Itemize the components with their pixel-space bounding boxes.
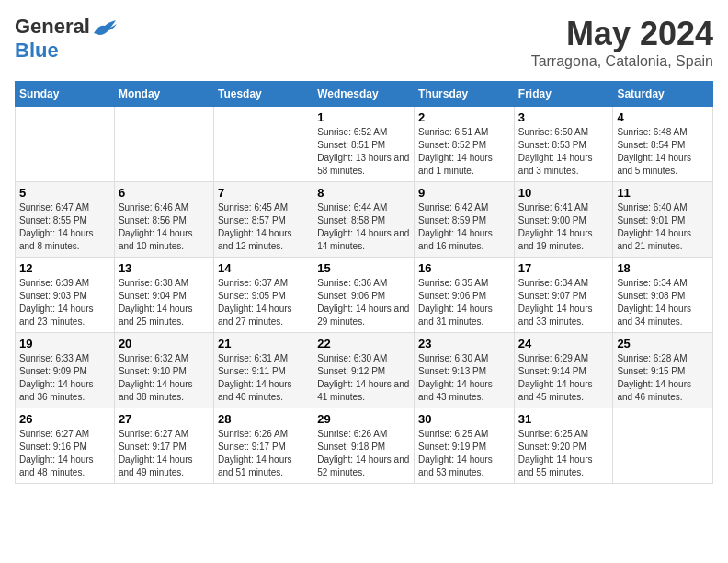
day-number: 27 (119, 412, 210, 426)
day-info: Sunrise: 6:50 AMSunset: 8:53 PMDaylight:… (518, 127, 593, 176)
day-info: Sunrise: 6:30 AMSunset: 9:12 PMDaylight:… (317, 353, 409, 402)
day-info: Sunrise: 6:30 AMSunset: 9:13 PMDaylight:… (418, 353, 493, 402)
table-cell: 21 Sunrise: 6:31 AMSunset: 9:11 PMDaylig… (213, 333, 313, 408)
table-cell: 15 Sunrise: 6:36 AMSunset: 9:06 PMDaylig… (313, 258, 415, 333)
table-cell: 23 Sunrise: 6:30 AMSunset: 9:13 PMDaylig… (415, 333, 515, 408)
day-info: Sunrise: 6:47 AMSunset: 8:55 PMDaylight:… (19, 202, 94, 251)
table-cell: 20 Sunrise: 6:32 AMSunset: 9:10 PMDaylig… (114, 333, 213, 408)
day-number: 19 (19, 337, 110, 350)
day-info: Sunrise: 6:44 AMSunset: 8:58 PMDaylight:… (317, 202, 409, 251)
day-number: 4 (617, 110, 709, 124)
day-info: Sunrise: 6:46 AMSunset: 8:56 PMDaylight:… (119, 202, 193, 251)
day-number: 20 (119, 337, 210, 350)
table-cell: 19 Sunrise: 6:33 AMSunset: 9:09 PMDaylig… (16, 333, 115, 408)
table-cell: 5 Sunrise: 6:47 AMSunset: 8:55 PMDayligh… (16, 182, 115, 258)
day-number: 9 (418, 186, 510, 200)
day-info: Sunrise: 6:25 AMSunset: 9:19 PMDaylight:… (418, 429, 493, 477)
day-number: 17 (518, 261, 609, 275)
day-info: Sunrise: 6:39 AMSunset: 9:03 PMDaylight:… (19, 278, 94, 327)
table-cell: 17 Sunrise: 6:34 AMSunset: 9:07 PMDaylig… (514, 258, 613, 333)
day-info: Sunrise: 6:32 AMSunset: 9:10 PMDaylight:… (119, 353, 193, 402)
week-row-5: 26 Sunrise: 6:27 AMSunset: 9:16 PMDaylig… (16, 408, 713, 484)
header-sunday: Sunday (16, 82, 115, 107)
day-number: 29 (317, 412, 410, 426)
day-number: 1 (317, 110, 410, 124)
table-cell: 24 Sunrise: 6:29 AMSunset: 9:14 PMDaylig… (514, 333, 613, 408)
table-cell: 26 Sunrise: 6:27 AMSunset: 9:16 PMDaylig… (16, 408, 115, 484)
table-cell: 27 Sunrise: 6:27 AMSunset: 9:17 PMDaylig… (114, 408, 213, 484)
page-header: General Blue May 2024 Tarragona, Catalon… (15, 15, 713, 70)
day-number: 16 (418, 261, 510, 275)
day-number: 10 (518, 186, 609, 200)
table-cell: 31 Sunrise: 6:25 AMSunset: 9:20 PMDaylig… (514, 408, 613, 484)
day-number: 2 (418, 110, 510, 124)
title-section: May 2024 Tarragona, Catalonia, Spain (531, 15, 713, 70)
day-info: Sunrise: 6:33 AMSunset: 9:09 PMDaylight:… (19, 353, 94, 402)
day-info: Sunrise: 6:45 AMSunset: 8:57 PMDaylight:… (218, 202, 292, 251)
day-info: Sunrise: 6:26 AMSunset: 9:17 PMDaylight:… (218, 429, 292, 477)
day-info: Sunrise: 6:34 AMSunset: 9:07 PMDaylight:… (518, 278, 593, 327)
days-header-row: Sunday Monday Tuesday Wednesday Thursday… (16, 82, 713, 107)
table-cell: 3 Sunrise: 6:50 AMSunset: 8:53 PMDayligh… (514, 107, 613, 182)
day-info: Sunrise: 6:51 AMSunset: 8:52 PMDaylight:… (418, 127, 493, 176)
day-info: Sunrise: 6:52 AMSunset: 8:51 PMDaylight:… (317, 127, 409, 176)
day-info: Sunrise: 6:27 AMSunset: 9:17 PMDaylight:… (119, 429, 193, 477)
day-number: 22 (317, 337, 410, 350)
week-row-1: 1 Sunrise: 6:52 AMSunset: 8:51 PMDayligh… (16, 107, 713, 182)
day-info: Sunrise: 6:28 AMSunset: 9:15 PMDaylight:… (617, 353, 691, 402)
logo-bird-icon (92, 17, 118, 37)
month-title: May 2024 (531, 15, 713, 53)
day-number: 7 (218, 186, 309, 200)
table-cell (16, 107, 115, 182)
week-row-3: 12 Sunrise: 6:39 AMSunset: 9:03 PMDaylig… (16, 258, 713, 333)
table-cell: 16 Sunrise: 6:35 AMSunset: 9:06 PMDaylig… (415, 258, 515, 333)
day-number: 30 (418, 412, 510, 426)
table-cell: 25 Sunrise: 6:28 AMSunset: 9:15 PMDaylig… (613, 333, 713, 408)
table-cell: 2 Sunrise: 6:51 AMSunset: 8:52 PMDayligh… (415, 107, 515, 182)
header-thursday: Thursday (415, 82, 515, 107)
table-cell: 7 Sunrise: 6:45 AMSunset: 8:57 PMDayligh… (213, 182, 313, 258)
day-info: Sunrise: 6:27 AMSunset: 9:16 PMDaylight:… (19, 429, 94, 477)
table-cell: 29 Sunrise: 6:26 AMSunset: 9:18 PMDaylig… (313, 408, 415, 484)
day-info: Sunrise: 6:25 AMSunset: 9:20 PMDaylight:… (518, 429, 593, 477)
table-cell: 9 Sunrise: 6:42 AMSunset: 8:59 PMDayligh… (415, 182, 515, 258)
day-info: Sunrise: 6:36 AMSunset: 9:06 PMDaylight:… (317, 278, 409, 327)
table-cell: 28 Sunrise: 6:26 AMSunset: 9:17 PMDaylig… (213, 408, 313, 484)
table-cell: 10 Sunrise: 6:41 AMSunset: 9:00 PMDaylig… (514, 182, 613, 258)
location-subtitle: Tarragona, Catalonia, Spain (531, 53, 713, 70)
day-number: 25 (617, 337, 709, 350)
day-number: 6 (119, 186, 210, 200)
table-cell: 11 Sunrise: 6:40 AMSunset: 9:01 PMDaylig… (613, 182, 713, 258)
day-number: 15 (317, 261, 410, 275)
day-number: 11 (617, 186, 709, 200)
day-number: 26 (19, 412, 110, 426)
day-info: Sunrise: 6:31 AMSunset: 9:11 PMDaylight:… (218, 353, 292, 402)
day-number: 31 (518, 412, 609, 426)
day-info: Sunrise: 6:48 AMSunset: 8:54 PMDaylight:… (617, 127, 691, 176)
table-cell: 13 Sunrise: 6:38 AMSunset: 9:04 PMDaylig… (114, 258, 213, 333)
table-cell (613, 408, 713, 484)
table-cell (114, 107, 213, 182)
day-number: 5 (19, 186, 110, 200)
day-info: Sunrise: 6:38 AMSunset: 9:04 PMDaylight:… (119, 278, 193, 327)
day-number: 21 (218, 337, 309, 350)
table-cell: 14 Sunrise: 6:37 AMSunset: 9:05 PMDaylig… (213, 258, 313, 333)
table-cell: 1 Sunrise: 6:52 AMSunset: 8:51 PMDayligh… (313, 107, 415, 182)
table-cell: 30 Sunrise: 6:25 AMSunset: 9:19 PMDaylig… (415, 408, 515, 484)
table-cell: 18 Sunrise: 6:34 AMSunset: 9:08 PMDaylig… (613, 258, 713, 333)
day-info: Sunrise: 6:35 AMSunset: 9:06 PMDaylight:… (418, 278, 493, 327)
table-cell: 4 Sunrise: 6:48 AMSunset: 8:54 PMDayligh… (613, 107, 713, 182)
day-number: 8 (317, 186, 410, 200)
header-friday: Friday (514, 82, 613, 107)
calendar-table: Sunday Monday Tuesday Wednesday Thursday… (15, 81, 713, 484)
header-monday: Monday (114, 82, 213, 107)
day-number: 28 (218, 412, 309, 426)
day-number: 14 (218, 261, 309, 275)
day-number: 13 (119, 261, 210, 275)
day-number: 24 (518, 337, 609, 350)
table-cell (213, 107, 313, 182)
header-tuesday: Tuesday (213, 82, 313, 107)
logo-general-text: General (15, 15, 90, 39)
table-cell: 22 Sunrise: 6:30 AMSunset: 9:12 PMDaylig… (313, 333, 415, 408)
table-cell: 6 Sunrise: 6:46 AMSunset: 8:56 PMDayligh… (114, 182, 213, 258)
